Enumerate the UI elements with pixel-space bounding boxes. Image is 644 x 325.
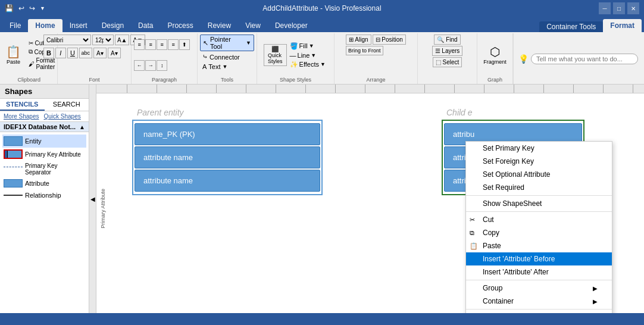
- font-color-button[interactable]: A▾: [93, 48, 107, 58]
- stencils-tab[interactable]: STENCILS: [0, 99, 45, 111]
- align-right-button[interactable]: ≡: [157, 39, 167, 50]
- indent-decrease-button[interactable]: ←: [134, 60, 145, 71]
- customize-icon[interactable]: ▼: [40, 5, 45, 11]
- menu-item-container[interactable]: Container ▶: [466, 295, 612, 308]
- text-tool-dropdown[interactable]: ▼: [223, 64, 228, 70]
- list-item[interactable]: Relationship: [2, 189, 86, 201]
- spacing-button[interactable]: ↕: [157, 60, 167, 71]
- quick-styles-button[interactable]: ⬛ QuickStyles: [264, 44, 287, 66]
- entity-row-0[interactable]: name_PK (PK): [135, 123, 320, 145]
- justify-button[interactable]: ≡: [168, 39, 179, 50]
- parent-entity-shape[interactable]: name_PK (PK) attribute name attribute na…: [132, 120, 323, 195]
- redo-icon[interactable]: ↪: [29, 4, 35, 12]
- connector-button[interactable]: ⤷ Connector: [200, 52, 242, 61]
- search-bar: 💡: [513, 33, 643, 84]
- bold-button[interactable]: B: [43, 48, 54, 58]
- minimize-button[interactable]: ─: [599, 2, 611, 14]
- find-button[interactable]: 🔍 Find: [434, 35, 460, 45]
- paste-button[interactable]: 📋 Paste: [2, 45, 26, 66]
- search-lightbulb-icon: 💡: [518, 54, 529, 64]
- shape-label: Relationship: [25, 192, 61, 199]
- menu-item-paste[interactable]: 📋 Paste: [466, 239, 612, 252]
- cut-menu-icon: ✂: [470, 216, 475, 224]
- select-button[interactable]: ⬚ Select: [433, 57, 462, 67]
- list-item[interactable]: Primary Key Attribute: [2, 148, 86, 161]
- current-stencil[interactable]: IDEF1X Database Not... ▲: [0, 122, 89, 132]
- search-tab[interactable]: SEARCH: [45, 99, 89, 111]
- tab-format[interactable]: Format: [603, 19, 642, 32]
- sidebar-collapse-button[interactable]: ◀: [89, 85, 96, 313]
- entity-row-2[interactable]: attribute name: [135, 170, 320, 192]
- quick-access-toolbar[interactable]: 💾 ↩ ↪ ▼: [5, 4, 45, 12]
- menu-item-set-optional-attribute[interactable]: Set Optional Attribute: [466, 168, 612, 181]
- tab-file[interactable]: File: [2, 19, 28, 32]
- tab-home[interactable]: Home: [28, 19, 62, 32]
- indent-increase-button[interactable]: →: [145, 60, 156, 71]
- window-controls[interactable]: ─ □ ✕: [599, 2, 639, 14]
- pointer-tool-dropdown[interactable]: ▼: [246, 40, 251, 46]
- menu-item-insert-attribute-before[interactable]: Insert 'Attribute' Before: [466, 252, 612, 265]
- menu-item-set-primary-key[interactable]: Set Primary Key: [466, 142, 612, 155]
- align-button[interactable]: ⊞ Align: [346, 35, 371, 45]
- paragraph-buttons: ≡ ≡ ≡ ≡ ⬆ ← → ↕: [134, 35, 195, 76]
- italic-button[interactable]: I: [55, 48, 66, 58]
- list-item[interactable]: Attribute: [2, 177, 86, 189]
- menu-item-hyperlink[interactable]: 🔗 Hyperlink...: [466, 311, 612, 313]
- fill-button[interactable]: 🪣 Fill ▼: [288, 42, 327, 51]
- tab-developer[interactable]: Developer: [268, 19, 315, 32]
- entity-row-1[interactable]: attribute name: [135, 146, 320, 168]
- layers-button[interactable]: ☰ Layers: [432, 46, 463, 56]
- tab-design[interactable]: Design: [95, 19, 131, 32]
- canvas[interactable]: Primary Attribute Parent entity name_PK …: [96, 85, 644, 313]
- position-button[interactable]: ⊟ Position: [373, 35, 406, 45]
- font-size-select[interactable]: 12pt: [92, 35, 114, 45]
- stencil-collapse-icon[interactable]: ▲: [79, 124, 85, 130]
- pointer-tool-button[interactable]: ↖ Pointer Tool ▼: [200, 35, 254, 51]
- effects-button[interactable]: ✨ Effects ▼: [288, 60, 327, 69]
- font-size-increase-button[interactable]: A▲: [115, 35, 130, 45]
- text-tool-button[interactable]: A Text ▼: [200, 62, 230, 71]
- tab-process[interactable]: Process: [160, 19, 200, 32]
- format-painter-icon: 🖌: [29, 61, 35, 67]
- menu-item-copy[interactable]: ⧉ Copy: [466, 226, 612, 239]
- graph-label: Graph: [487, 77, 502, 83]
- font-highlight-button[interactable]: A▾: [108, 48, 121, 58]
- list-item[interactable]: Entity: [2, 135, 86, 148]
- menu-item-set-required[interactable]: Set Required: [466, 181, 612, 194]
- tab-data[interactable]: Data: [131, 19, 160, 32]
- list-item[interactable]: Primary Key Separator: [2, 161, 86, 177]
- maximize-button[interactable]: □: [613, 2, 625, 14]
- menu-item-cut[interactable]: ✂ Cut: [466, 213, 612, 226]
- line-button[interactable]: — Line ▼: [288, 51, 327, 60]
- quick-shapes-button[interactable]: Quick Shapes: [43, 113, 80, 120]
- tab-review[interactable]: Review: [201, 19, 238, 32]
- menu-item-group[interactable]: Group ▶: [466, 282, 612, 295]
- pointer-tool-icon: ↖: [203, 39, 208, 47]
- close-button[interactable]: ✕: [627, 2, 639, 14]
- menu-item-insert-attribute-after[interactable]: Insert 'Attribute' After: [466, 265, 612, 279]
- shape-styles-group: ⬛ QuickStyles 🪣 Fill ▼ — Line ▼ ✨ Effect…: [257, 33, 334, 84]
- tab-view[interactable]: View: [238, 19, 268, 32]
- canvas-body[interactable]: Primary Attribute Parent entity name_PK …: [96, 93, 644, 313]
- save-icon[interactable]: 💾: [5, 4, 14, 12]
- menu-divider-3: [466, 280, 612, 280]
- more-shapes-button[interactable]: More Shapes: [4, 113, 39, 120]
- strikethrough-button[interactable]: abc: [79, 48, 92, 58]
- text-direction-button[interactable]: ⬆: [179, 39, 190, 50]
- font-family-select[interactable]: Calibri: [43, 35, 91, 45]
- undo-icon[interactable]: ↩: [18, 4, 24, 12]
- connector-icon: ⤷: [202, 53, 208, 61]
- menu-item-set-foreign-key[interactable]: Set Foreign Key: [466, 155, 612, 168]
- tools-group: ↖ Pointer Tool ▼ ⤷ Connector A Text ▼ To…: [198, 33, 257, 84]
- underline-button[interactable]: U: [67, 48, 78, 58]
- tab-insert[interactable]: Insert: [62, 19, 95, 32]
- line-icon: —: [290, 52, 296, 59]
- align-left-button[interactable]: ≡: [134, 39, 145, 50]
- bring-to-front-button[interactable]: Bring to Front: [346, 46, 383, 55]
- align-center-button[interactable]: ≡: [145, 39, 156, 50]
- fragment-button[interactable]: ⬡ Fragment: [481, 45, 509, 66]
- menu-item-show-shapesheet[interactable]: Show ShapeSheet: [466, 197, 612, 210]
- font-row-1: Calibri 12pt A▲ A▼: [43, 35, 145, 45]
- search-input[interactable]: [531, 54, 638, 64]
- tools-buttons: ↖ Pointer Tool ▼ ⤷ Connector A Text ▼: [200, 35, 254, 76]
